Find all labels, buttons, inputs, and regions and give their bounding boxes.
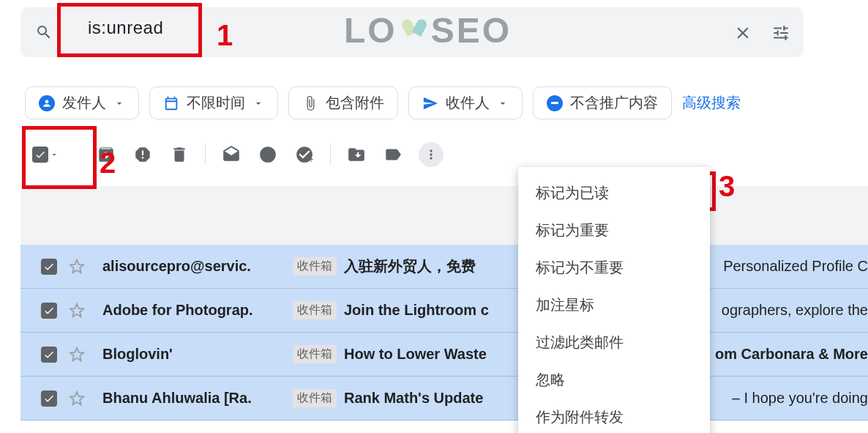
annotation-number-3: 3 <box>719 170 735 203</box>
subject: Join the Lightroom c <box>344 302 489 319</box>
svg-text:+: + <box>308 155 313 164</box>
snippet-tail: ographers, explore the <box>722 302 868 319</box>
category-spacer <box>20 186 868 245</box>
mail-row[interactable]: Bloglovin' 收件箱 How to Lower Waste om Car… <box>20 333 868 377</box>
chip-attachment-label: 包含附件 <box>326 93 384 113</box>
more-actions-menu: 标记为已读 标记为重要 标记为不重要 加注星标 过滤此类邮件 忽略 作为附件转发 <box>518 167 710 433</box>
menu-filter-like-these[interactable]: 过滤此类邮件 <box>518 324 710 361</box>
inbox-tag: 收件箱 <box>293 301 337 319</box>
clear-icon[interactable] <box>733 23 752 42</box>
chevron-down-icon <box>252 97 264 109</box>
star-icon[interactable] <box>69 259 85 275</box>
star-icon[interactable] <box>69 391 85 407</box>
menu-mark-not-important[interactable]: 标记为不重要 <box>518 249 710 286</box>
annotation-box-1 <box>57 3 202 57</box>
subject: 入驻新外贸人，免费 <box>344 256 476 276</box>
more-actions-button[interactable] <box>411 136 448 173</box>
annotation-number-2: 2 <box>100 147 116 180</box>
star-icon[interactable] <box>69 303 85 319</box>
chip-recipient[interactable]: 收件人 <box>408 86 523 119</box>
mail-list: alisourcepro@servic. 收件箱 入驻新外贸人，免费 Perso… <box>20 245 868 421</box>
chip-sender[interactable]: 发件人 <box>25 86 139 119</box>
report-spam-button[interactable] <box>124 136 161 173</box>
mark-read-button[interactable] <box>213 136 250 173</box>
menu-mark-important[interactable]: 标记为重要 <box>518 212 710 249</box>
row-checkbox[interactable] <box>41 259 57 275</box>
inbox-tag: 收件箱 <box>293 257 337 275</box>
subject: How to Lower Waste <box>344 346 487 363</box>
sender-name: Adobe for Photograp. <box>102 302 285 319</box>
logo-heart-icon <box>399 13 430 48</box>
menu-mute[interactable]: 忽略 <box>518 361 710 399</box>
row-checkbox[interactable] <box>41 303 57 319</box>
annotation-number-1: 1 <box>217 19 233 52</box>
advanced-search-link[interactable]: 高级搜索 <box>682 93 741 113</box>
search-options-icon[interactable] <box>771 23 790 42</box>
labels-button[interactable] <box>375 136 411 173</box>
chip-recipient-label: 收件人 <box>446 93 490 113</box>
row-checkbox[interactable] <box>41 391 57 407</box>
filter-chips-row: 发件人 不限时间 包含附件 收件人 不含推广内容 高级搜索 <box>25 86 741 119</box>
chip-no-promo-label: 不含推广内容 <box>570 93 658 113</box>
inbox-tag: 收件箱 <box>293 345 337 363</box>
more-vert-icon <box>419 142 444 167</box>
chip-attachment[interactable]: 包含附件 <box>288 86 398 119</box>
menu-mark-as-read[interactable]: 标记为已读 <box>518 174 710 212</box>
minus-icon <box>547 95 563 111</box>
menu-add-star[interactable]: 加注星标 <box>518 286 710 324</box>
chevron-down-icon <box>497 97 509 109</box>
add-to-tasks-button[interactable]: + <box>286 136 323 173</box>
row-checkbox[interactable] <box>41 347 57 363</box>
chip-sender-label: 发件人 <box>62 93 106 113</box>
annotation-box-2 <box>22 126 97 189</box>
move-to-button[interactable] <box>338 136 375 173</box>
chevron-down-icon <box>113 97 125 109</box>
chip-time-label: 不限时间 <box>187 93 245 113</box>
subject: Rank Math's Update <box>344 390 483 407</box>
snippet-tail: – I hope you're doing <box>732 390 868 407</box>
toolbar-divider <box>330 144 331 165</box>
person-icon <box>39 95 55 111</box>
snippet-tail: Personalized Profile C <box>723 258 868 275</box>
chip-no-promo[interactable]: 不含推广内容 <box>533 86 672 119</box>
send-icon <box>422 95 438 111</box>
mail-row[interactable]: Adobe for Photograp. 收件箱 Join the Lightr… <box>20 289 868 333</box>
menu-forward-as-attachment[interactable]: 作为附件转发 <box>518 399 710 433</box>
sender-name: Bloglovin' <box>102 346 285 363</box>
logo-watermark: LO SEO <box>344 10 512 51</box>
sender-name: Bhanu Ahluwalia [Ra. <box>102 390 285 407</box>
delete-button[interactable] <box>161 136 198 173</box>
search-icon[interactable] <box>35 23 53 41</box>
sender-name: alisourcepro@servic. <box>102 258 285 275</box>
star-icon[interactable] <box>69 347 85 363</box>
logo-text-right: SEO <box>431 10 512 51</box>
snippet-tail: om Carbonara & More <box>715 346 868 363</box>
attachment-icon <box>302 95 318 111</box>
toolbar-divider <box>205 144 206 165</box>
mail-row[interactable]: alisourcepro@servic. 收件箱 入驻新外贸人，免费 Perso… <box>20 245 868 289</box>
calendar-icon <box>163 95 179 111</box>
inbox-tag: 收件箱 <box>293 389 337 407</box>
logo-text-left: LO <box>344 10 397 51</box>
snooze-button[interactable] <box>250 136 286 173</box>
mail-row[interactable]: Bhanu Ahluwalia [Ra. 收件箱 Rank Math's Upd… <box>20 377 868 421</box>
chip-time[interactable]: 不限时间 <box>149 86 278 119</box>
